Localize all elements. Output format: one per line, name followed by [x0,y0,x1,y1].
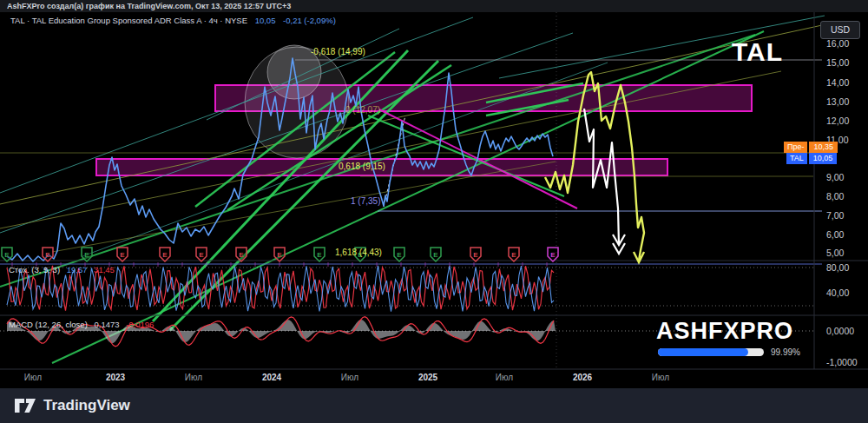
svg-text:E: E [84,251,89,259]
price-axis-tick: 5,00 [826,248,844,258]
svg-text:E: E [239,251,244,259]
symbol-description[interactable]: TAL · TAL Education Group Sponsored ADR … [10,16,247,25]
svg-text:E: E [433,251,438,259]
symbol-title-row: TAL · TAL Education Group Sponsored ADR … [10,16,336,25]
premarket-prefix: Пре- [784,142,807,153]
svg-text:E: E [550,251,556,259]
fib-label-1618[interactable]: 1,618 (4,43) [335,248,382,257]
price-axis-tick: 80,00 [826,262,849,273]
earnings-badge-icon[interactable]: E [509,248,519,261]
earnings-badge-icon[interactable]: E [117,248,128,261]
price-axis-tick: 12,00 [826,116,849,126]
time-axis-label: Июл [185,373,202,382]
fib-label-0[interactable]: 0 (12,07) [345,105,380,115]
price-axis-tick: 13,00 [826,96,849,107]
brand-percent: 99.99% [771,347,800,357]
svg-text:E: E [317,251,322,259]
stoch-value-k: 19,57 [67,265,88,274]
earnings-badge-icon[interactable]: E [470,248,481,261]
time-axis-label: Июл [341,373,358,382]
price-axis-tick: 7,00 [826,210,844,221]
svg-text:E: E [397,251,402,259]
time-axis-label: Июл [24,373,42,382]
tradingview-logo-text: TradingView [43,397,130,414]
attribution-text: AshFXPro создал(а) график на TradingView… [7,2,291,10]
earnings-badge-icon[interactable]: E [431,248,441,261]
svg-text:E: E [199,251,204,259]
svg-text:E: E [4,251,10,259]
earnings-badge-icon[interactable]: E [236,248,247,261]
fib-label-0618[interactable]: 0,618 (9,15) [339,162,385,171]
macd-legend-row: MACD (12, 26, close) 0,1473 -0,0196 [9,320,154,329]
brand-progress-bar [658,348,764,356]
price-axis-tick: 16,00 [826,38,849,49]
tradingview-chart-window: AshFXPro создал(а) график на TradingView… [0,0,868,423]
price-axis[interactable]: USD 16,0015,0014,0013,0012,0011,009,008,… [814,12,868,388]
svg-text:E: E [120,251,125,259]
time-axis-label: Июл [652,373,669,382]
last-price-prefix: TAL [786,153,807,164]
price-axis-tick: -1,0000 [826,357,858,367]
fib-label-n0618[interactable]: -0,618 (14,99) [311,47,365,56]
svg-text:E: E [511,251,516,259]
trend-line[interactable] [0,25,822,204]
price-axis-tick: 14,00 [826,77,849,88]
earnings-badge-icon[interactable]: E [314,248,325,261]
price-change-value: -0,21 (-2,09%) [283,16,336,25]
price-axis-tick: 0,0000 [826,326,854,336]
time-axis-label: Июл [496,373,513,382]
earnings-badge-icon[interactable]: E [160,248,170,261]
premarket-price-label: Пре- 10,35 [784,142,838,153]
stoch-label[interactable]: Стох. (3, 5, 3) [9,265,60,274]
svg-text:E: E [45,251,50,259]
symbol-watermark: TAL [732,37,783,67]
stoch-value-d: 31,45 [94,265,115,274]
last-price-axis-value: 10,05 [809,153,838,164]
price-axis-tick: 9,00 [826,172,844,182]
svg-text:E: E [473,251,478,259]
macd-signal-value: -0,0196 [126,320,154,329]
earnings-badge-icon[interactable]: E [196,248,207,261]
svg-text:E: E [162,251,168,259]
premarket-value: 10,35 [809,142,838,153]
time-axis[interactable]: Июл2023Июл2024Июл2025Июл2026Июл [0,370,868,388]
price-axis-tick: 40,00 [826,288,849,298]
footer-bar: TradingView [0,388,868,423]
attribution-bar: AshFXPro создал(а) график на TradingView… [0,0,868,12]
time-axis-label: 2025 [418,373,437,382]
brand-watermark: ASHFXPRO [656,318,793,345]
trend-line[interactable] [52,31,764,363]
last-price-value: 10,05 [255,16,276,25]
stoch-legend-row: Стох. (3, 5, 3) 19,57 31,45 [9,265,115,274]
fib-label-1[interactable]: 1 (7,35) [351,196,380,206]
price-axis-tick: 6,00 [826,229,844,240]
time-axis-label: 2026 [573,373,592,382]
price-axis-tick: 15,00 [826,57,849,68]
earnings-badge-icon[interactable]: E [394,248,404,261]
last-price-label: TAL 10,05 [786,153,837,164]
macd-label[interactable]: MACD (12, 26, close) [9,320,88,329]
time-axis-label: 2023 [106,373,125,382]
brand-progress-fill [658,348,748,356]
macd-value: 0,1473 [94,320,119,329]
time-axis-label: 2024 [262,373,281,382]
price-axis-tick: 8,00 [826,191,844,202]
svg-text:E: E [277,251,282,259]
currency-button[interactable]: USD [820,21,860,39]
tradingview-logo-icon [14,397,36,414]
tradingview-logo[interactable]: TradingView [14,397,130,414]
